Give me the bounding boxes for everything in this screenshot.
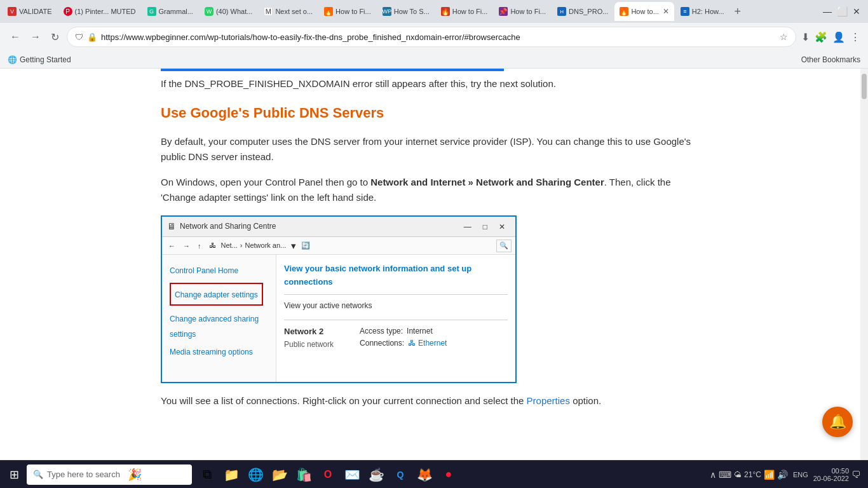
notification-bell-icon: 🔔 [829,414,846,430]
tray-notification-icon[interactable]: 🗨 [851,470,860,480]
win-sidebar-label-advanced: Change advanced sharing settings [170,315,259,339]
win-sidebar-label-media: Media streaming options [170,348,253,356]
bookmark-star-icon[interactable]: ☆ [780,32,788,42]
taskbar-mail[interactable]: ✉️ [341,463,363,486]
win-sidebar-item-media[interactable]: Media streaming options [170,344,268,359]
start-button[interactable]: ⊞ [3,463,25,486]
firefox-icon: 🦊 [417,467,433,482]
tab-validate[interactable]: V VALIDATE [3,2,57,21]
profile-button[interactable]: 👤 [832,31,845,43]
tab-h2[interactable]: ≡ H2: How... [675,2,729,21]
taskbar-party-icon: 🎉 [128,468,142,482]
taskbar-store[interactable]: 🛍️ [292,463,315,486]
shield-icon: 🛡 [75,32,83,42]
menu-button[interactable]: ⋮ [850,31,860,43]
tab-favicon-gmail: M [264,7,273,16]
tab-label-active: How to... [631,8,658,15]
section-para-2: On Windows, open your Control Panel then… [161,175,707,205]
minimize-button[interactable]: — [823,6,832,17]
bookmark-getting-started[interactable]: 🌐 Getting Started [8,55,71,64]
tray-up-arrow[interactable]: ∧ [710,470,716,480]
win-sidebar-item-control-panel[interactable]: Control Panel Home [170,262,268,278]
tab-label-pinterest: (1) Pinter... MUTED [75,8,136,15]
win-ethernet-link[interactable]: 🖧 Ethernet [408,337,447,349]
taskbar-explorer2[interactable]: 📂 [268,463,291,486]
win-search[interactable]: 🔍 [496,240,512,252]
bookmarks-bar: 🌐 Getting Started Other Bookmarks [0,51,868,69]
tab-howto2[interactable]: WP How To S... [377,2,435,21]
tab-howto3[interactable]: 🔥 How to Fi... [436,2,493,21]
taskbar-opera2[interactable]: ● [437,463,460,486]
address-bar[interactable]: 🛡 🔒 ☆ [67,27,796,47]
close-button[interactable]: ✕ [853,6,860,17]
win-divider-1 [284,294,508,295]
win-refresh[interactable]: 🔄 [299,240,313,251]
downloads-button[interactable]: ⬇ [801,31,810,43]
weather-temp: 21°C [744,470,761,479]
new-tab-button[interactable]: + [731,5,745,18]
scrollbar[interactable] [860,69,868,460]
tab-gmail[interactable]: M Next set o... [259,2,318,21]
reload-button[interactable]: ↻ [48,29,62,46]
win-sidebar-item-change-adapter[interactable]: Change adapter settings [170,283,263,306]
store-icon: 🛍️ [296,467,312,482]
win-breadcrumb-dropdown[interactable]: ▾ [291,238,296,254]
section-heading: Use Google's Public DNS Servers [161,102,707,124]
tab-label-gmail: Next set o... [275,8,313,15]
win-title-text: Network and Sharing Centre [180,220,459,233]
extensions-icon[interactable]: 🧩 [815,31,827,43]
qbittorrent-icon: Q [397,470,404,480]
tab-howto1[interactable]: 🔥 How to Fi... [319,2,376,21]
content-area: If the DNS_PROBE_FINISHED_NXDOMAIN error… [0,69,868,488]
tray-network-icon[interactable]: 📶 [764,470,775,480]
win-main-title: View your basic network information and … [284,262,508,289]
taskbar-task-view[interactable]: ⧉ [196,463,219,486]
win-network-name: Network 2 [284,325,334,339]
tab-favicon-howto1: 🔥 [324,7,333,16]
forward-button[interactable]: → [28,29,43,45]
taskbar-icons: ⧉ 📁 🌐 📂 🛍️ O ✉️ ☕ Q 🦊 ● [196,463,460,486]
address-input[interactable] [101,32,776,42]
tab-close-active[interactable]: ✕ [663,7,669,16]
clock-time: 00:50 [831,467,849,475]
win-forward[interactable]: → [180,241,193,251]
win-sidebar: Control Panel Home Change adapter settin… [162,255,276,382]
maximize-button[interactable]: ⬜ [837,6,848,17]
tab-active[interactable]: 🔥 How to... ✕ [614,2,674,21]
tab-label-dns: DNS_PRO... [569,8,608,15]
tab-howto4[interactable]: 📌 How to Fi... [494,2,551,21]
win-close[interactable]: ✕ [494,221,510,233]
taskbar-java[interactable]: ☕ [365,463,388,486]
edge-icon: 🌐 [248,467,264,482]
taskbar-opera[interactable]: O [316,463,339,486]
win-maximize[interactable]: □ [478,221,492,233]
tab-dns[interactable]: H DNS_PRO... [552,2,613,21]
tab-favicon-howto2: WP [383,7,391,16]
tab-favicon-howto3: 🔥 [441,7,450,16]
win-up[interactable]: ↑ [195,241,204,251]
tray-volume-icon[interactable]: 🔊 [777,470,788,480]
win-network-row: Network 2 Public network Access type: In… [284,325,508,351]
win-back[interactable]: ← [166,241,178,251]
java-icon: ☕ [369,467,384,482]
lock-icon: 🔒 [87,32,97,42]
footer-properties-link[interactable]: Properties [527,395,570,406]
taskbar-search[interactable]: 🔍 Type here to search 🎉 [27,464,192,485]
taskbar-file-explorer[interactable]: 📁 [220,463,243,486]
win-sidebar-item-advanced[interactable]: Change advanced sharing settings [170,311,268,341]
tab-whatsapp[interactable]: W (40) What... [200,2,257,21]
notification-bell[interactable]: 🔔 [822,407,853,437]
tab-favicon-validate: V [8,7,17,16]
other-bookmarks[interactable]: Other Bookmarks [801,55,860,64]
win-minimize[interactable]: — [459,221,477,233]
taskbar-firefox[interactable]: 🦊 [413,463,436,486]
back-button[interactable]: ← [8,29,23,45]
win-connections-row: Connections: 🖧 Ethernet [360,337,447,349]
taskbar-qbittorrent[interactable]: Q [389,463,412,486]
tray-lang: ENG [793,471,808,478]
section-intro: If the DNS_PROBE_FINISHED_NXDOMAIN error… [161,76,707,92]
win-title-icon: 🖥 [167,219,176,233]
tab-grammarly[interactable]: G Grammal... [142,2,198,21]
tab-pinterest[interactable]: P (1) Pinter... MUTED [58,2,141,21]
taskbar-edge[interactable]: 🌐 [244,463,267,486]
